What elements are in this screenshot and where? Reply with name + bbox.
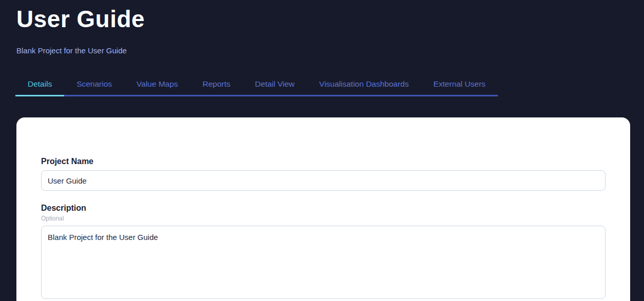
description-label: Description [41, 204, 606, 213]
details-form-card: Project Name Description Optional Blank … [16, 117, 630, 301]
description-optional-hint: Optional [41, 215, 606, 222]
tab-visualisation-dashboards[interactable]: Visualisation Dashboards [307, 74, 421, 95]
project-details-page: User Guide Blank Project for the User Gu… [0, 0, 644, 301]
page-header: User Guide Blank Project for the User Gu… [0, 0, 644, 55]
project-name-label: Project Name [41, 157, 606, 166]
project-name-input[interactable] [41, 170, 606, 191]
description-textarea[interactable]: Blank Project for the User Guide [41, 226, 606, 299]
page-subtitle: Blank Project for the User Guide [16, 46, 628, 55]
project-name-field-group: Project Name [41, 157, 606, 191]
tab-external-users[interactable]: External Users [421, 74, 498, 95]
tab-reports[interactable]: Reports [190, 74, 243, 95]
page-title: User Guide [16, 6, 628, 32]
tab-details[interactable]: Details [15, 74, 64, 95]
tab-scenarios[interactable]: Scenarios [64, 74, 124, 95]
tab-detail-view[interactable]: Detail View [243, 74, 307, 95]
tab-value-maps[interactable]: Value Maps [124, 74, 190, 95]
tab-bar: Details Scenarios Value Maps Reports Det… [15, 74, 498, 96]
description-field-group: Description Optional Blank Project for t… [41, 204, 606, 299]
